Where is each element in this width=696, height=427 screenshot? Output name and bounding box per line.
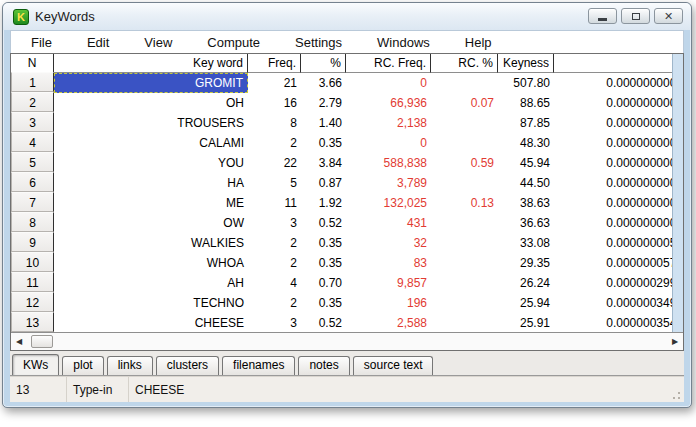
- menu-windows[interactable]: Windows: [366, 32, 441, 53]
- minimize-button[interactable]: [588, 8, 617, 24]
- pct-cell[interactable]: 0.87: [301, 173, 346, 193]
- p-cell[interactable]: 0.0000002990: [554, 273, 683, 293]
- rcfreq-cell[interactable]: 2,588: [346, 313, 431, 333]
- p-cell[interactable]: 0.0000000000: [554, 173, 683, 193]
- row-number-cell[interactable]: 5: [11, 152, 54, 172]
- rcfreq-cell[interactable]: 0: [346, 73, 431, 93]
- row-number-cell[interactable]: 2: [11, 92, 54, 112]
- p-cell[interactable]: 0.0000003498: [554, 293, 683, 313]
- tab-clusters[interactable]: clusters: [156, 356, 219, 375]
- scroll-right-icon[interactable]: ▶: [667, 337, 683, 346]
- rcfreq-cell[interactable]: 83: [346, 253, 431, 273]
- keyness-cell[interactable]: 25.91: [498, 313, 554, 333]
- pct-cell[interactable]: 0.35: [301, 293, 346, 313]
- p-cell[interactable]: 0.0000000576: [554, 253, 683, 273]
- rcpct-cell[interactable]: [431, 293, 498, 313]
- keyword-cell[interactable]: YOU: [54, 153, 248, 173]
- freq-cell[interactable]: 5: [248, 173, 301, 193]
- column-header-keyword[interactable]: Key word: [54, 54, 248, 73]
- keyword-cell[interactable]: GROMIT: [54, 73, 248, 93]
- rcpct-cell[interactable]: [431, 213, 498, 233]
- vertical-scrollbar[interactable]: [672, 54, 683, 333]
- freq-cell[interactable]: 3: [248, 313, 301, 333]
- keyness-cell[interactable]: 45.94: [498, 153, 554, 173]
- freq-cell[interactable]: 16: [248, 93, 301, 113]
- freq-cell[interactable]: 21: [248, 73, 301, 93]
- rcfreq-cell[interactable]: 431: [346, 213, 431, 233]
- p-cell[interactable]: 0.0000000000: [554, 153, 683, 173]
- rcpct-cell[interactable]: [431, 73, 498, 93]
- freq-cell[interactable]: 2: [248, 253, 301, 273]
- p-cell[interactable]: 0.0000000000: [554, 93, 683, 113]
- p-cell[interactable]: 0.0000000059: [554, 233, 683, 253]
- keyword-cell[interactable]: TECHNO: [54, 293, 248, 313]
- freq-cell[interactable]: 4: [248, 273, 301, 293]
- p-cell[interactable]: 0.0000000000: [554, 133, 683, 153]
- row-number-cell[interactable]: 8: [11, 212, 54, 232]
- row-number-cell[interactable]: 12: [11, 292, 54, 312]
- pct-cell[interactable]: 0.52: [301, 313, 346, 333]
- restore-button[interactable]: [621, 8, 650, 24]
- scrollbar-thumb[interactable]: [31, 335, 53, 348]
- rcpct-cell[interactable]: [431, 253, 498, 273]
- column-header-n[interactable]: N: [11, 54, 54, 73]
- rcpct-cell[interactable]: [431, 173, 498, 193]
- keyword-cell[interactable]: WALKIES: [54, 233, 248, 253]
- pct-cell[interactable]: 1.40: [301, 113, 346, 133]
- freq-cell[interactable]: 8: [248, 113, 301, 133]
- keyness-cell[interactable]: 88.65: [498, 93, 554, 113]
- menu-edit[interactable]: Edit: [76, 32, 120, 53]
- rcfreq-cell[interactable]: 32: [346, 233, 431, 253]
- freq-cell[interactable]: 11: [248, 193, 301, 213]
- keyness-cell[interactable]: 44.50: [498, 173, 554, 193]
- rcpct-cell[interactable]: [431, 133, 498, 153]
- menu-view[interactable]: View: [133, 32, 183, 53]
- column-header-rcpct[interactable]: RC. %: [431, 54, 498, 73]
- p-cell[interactable]: 0.0000000000: [554, 193, 683, 213]
- keyword-cell[interactable]: OH: [54, 93, 248, 113]
- rcfreq-cell[interactable]: 2,138: [346, 113, 431, 133]
- tab-links[interactable]: links: [107, 356, 153, 375]
- rcfreq-cell[interactable]: 196: [346, 293, 431, 313]
- menu-help[interactable]: Help: [454, 32, 503, 53]
- keyword-cell[interactable]: CHEESE: [54, 313, 248, 333]
- rcfreq-cell[interactable]: 3,789: [346, 173, 431, 193]
- freq-cell[interactable]: 2: [248, 233, 301, 253]
- keyness-cell[interactable]: 29.35: [498, 253, 554, 273]
- freq-cell[interactable]: 3: [248, 213, 301, 233]
- pct-cell[interactable]: 1.92: [301, 193, 346, 213]
- p-cell[interactable]: 0.0000000000: [554, 213, 683, 233]
- row-number-cell[interactable]: 6: [11, 172, 54, 192]
- keyness-cell[interactable]: 25.94: [498, 293, 554, 313]
- row-number-cell[interactable]: 11: [11, 272, 54, 292]
- resize-grip-icon[interactable]: [669, 388, 681, 400]
- row-number-cell[interactable]: 1: [11, 72, 54, 92]
- keyness-cell[interactable]: 38.63: [498, 193, 554, 213]
- rcpct-cell[interactable]: 0.13: [431, 193, 498, 213]
- menu-compute[interactable]: Compute: [196, 32, 271, 53]
- pct-cell[interactable]: 0.35: [301, 253, 346, 273]
- menu-file[interactable]: File: [20, 32, 63, 53]
- rcfreq-cell[interactable]: 588,838: [346, 153, 431, 173]
- freq-cell[interactable]: 22: [248, 153, 301, 173]
- column-header-freq[interactable]: Freq.: [248, 54, 301, 73]
- scroll-left-icon[interactable]: ◀: [11, 337, 27, 346]
- pct-cell[interactable]: 0.35: [301, 133, 346, 153]
- tab-filenames[interactable]: filenames: [222, 356, 295, 375]
- horizontal-scrollbar[interactable]: ◀ ▶: [11, 332, 683, 350]
- keyword-cell[interactable]: TROUSERS: [54, 113, 248, 133]
- row-number-cell[interactable]: 7: [11, 192, 54, 212]
- close-button[interactable]: ✕: [654, 8, 683, 24]
- keyness-cell[interactable]: 26.24: [498, 273, 554, 293]
- keyword-cell[interactable]: CALAMI: [54, 133, 248, 153]
- freq-cell[interactable]: 2: [248, 293, 301, 313]
- rcpct-cell[interactable]: 0.59: [431, 153, 498, 173]
- keyword-cell[interactable]: AH: [54, 273, 248, 293]
- keyword-cell[interactable]: HA: [54, 173, 248, 193]
- freq-cell[interactable]: 2: [248, 133, 301, 153]
- p-cell[interactable]: 0.0000000000: [554, 113, 683, 133]
- row-number-cell[interactable]: 3: [11, 112, 54, 132]
- pct-cell[interactable]: 3.84: [301, 153, 346, 173]
- menu-settings[interactable]: Settings: [284, 32, 353, 53]
- tab-source-text[interactable]: source text: [353, 356, 434, 375]
